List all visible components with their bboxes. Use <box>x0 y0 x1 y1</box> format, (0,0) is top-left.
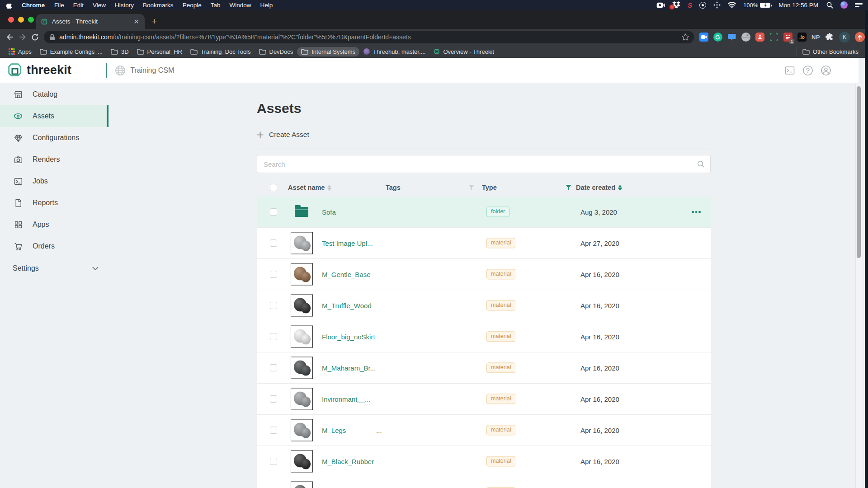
wifi-icon[interactable] <box>724 0 740 10</box>
row-checkbox[interactable] <box>270 271 277 278</box>
search-input[interactable] <box>264 160 697 168</box>
menubar-app-name[interactable]: Chrome <box>17 2 50 9</box>
asset-name-link[interactable]: Test Image Upl... <box>322 239 373 247</box>
window-controls[interactable] <box>8 17 34 23</box>
dropbox-icon[interactable]: 1 <box>669 0 684 10</box>
screenshot-extension-icon[interactable] <box>769 33 778 42</box>
account-icon[interactable] <box>821 65 831 76</box>
row-checkbox[interactable] <box>270 239 277 247</box>
dots-cross-icon[interactable] <box>710 0 724 10</box>
new-tab-button[interactable]: + <box>151 16 157 26</box>
np-extension-icon[interactable]: NP <box>811 34 820 41</box>
asset-name-link[interactable]: Floor_big_noSkirt <box>322 333 375 341</box>
bookmark-folder-devdocs[interactable]: DevDocs <box>255 47 297 56</box>
row-checkbox[interactable] <box>270 302 277 309</box>
bookmark-apps[interactable]: Apps <box>5 47 36 56</box>
browser-tab[interactable]: Assets - Threekit ✕ <box>36 14 145 29</box>
create-asset-button[interactable]: Create Asset <box>257 131 711 139</box>
row-checkbox[interactable] <box>270 427 277 434</box>
row-checkbox[interactable] <box>270 458 277 465</box>
other-bookmarks[interactable]: Other Bookmarks <box>797 47 865 56</box>
row-menu-icon[interactable] <box>692 211 701 213</box>
sidebar-item-jobs[interactable]: Jobs <box>0 170 108 192</box>
sidebar-item-configurations[interactable]: Configurations <box>0 127 108 149</box>
table-row[interactable]: Test Image Upl... material Apr 27, 2020 <box>257 228 711 259</box>
column-asset-name[interactable]: Asset name <box>288 184 331 191</box>
bookmark-folder-internal-systems[interactable]: Internal Systems <box>297 47 359 56</box>
menu-history[interactable]: History <box>110 2 138 9</box>
bookmark-threehub[interactable]: Threehub: master.... <box>359 47 429 56</box>
io-extension-icon[interactable]: .io <box>797 33 807 42</box>
select-all-checkbox[interactable] <box>270 184 277 191</box>
sort-icon[interactable] <box>327 185 331 191</box>
sort-icon-active[interactable] <box>618 185 622 191</box>
chat-bubble-extension-icon[interactable] <box>727 33 736 42</box>
search-box[interactable] <box>257 155 711 173</box>
adblock-extension-icon[interactable]: 1 <box>783 33 793 42</box>
table-row[interactable]: WallsCeilingStu... material Apr 16, 2020 <box>257 477 711 488</box>
menu-help[interactable]: Help <box>255 2 277 9</box>
table-row[interactable]: M_Truffle_Wood material Apr 16, 2020 <box>257 290 711 321</box>
help-icon[interactable] <box>802 65 813 76</box>
column-date-created[interactable]: Date created <box>576 184 622 191</box>
table-row[interactable]: M_Legs________... material Apr 16, 2020 <box>257 415 711 446</box>
close-window-button[interactable] <box>8 17 14 23</box>
spotlight-search-icon[interactable] <box>823 0 837 10</box>
tags-filter-icon[interactable] <box>468 185 474 190</box>
address-bar[interactable]: admin.threekit.com/o/training-csm/assets… <box>44 31 694 43</box>
apple-menu-icon[interactable] <box>6 2 12 9</box>
record-icon[interactable] <box>696 0 710 10</box>
sidebar-item-apps[interactable]: Apps <box>0 214 108 235</box>
asset-name-link[interactable]: M_Maharam_Br... <box>322 364 376 372</box>
sidebar-item-assets[interactable]: Assets <box>0 105 108 127</box>
menu-bookmarks[interactable]: Bookmarks <box>138 2 178 9</box>
table-row[interactable]: Invironmant__... material Apr 16, 2020 <box>257 384 711 415</box>
console-icon[interactable] <box>784 65 795 76</box>
table-row[interactable]: M_Gentle_Base material Apr 16, 2020 <box>257 259 711 290</box>
extensions-puzzle-icon[interactable] <box>825 33 834 42</box>
reload-button[interactable] <box>28 33 41 42</box>
table-row[interactable]: Sofa folder Aug 3, 2020 <box>257 197 711 228</box>
forward-button[interactable] <box>16 33 29 42</box>
sidebar-item-reports[interactable]: Reports <box>0 192 108 214</box>
notification-center-icon[interactable] <box>851 0 868 10</box>
asset-name-link[interactable]: Sofa <box>322 208 336 216</box>
asset-name-link[interactable]: Invironmant__... <box>322 395 371 403</box>
menu-view[interactable]: View <box>88 2 110 9</box>
asset-name-link[interactable]: M_Legs________... <box>322 427 382 434</box>
org-switcher[interactable]: Training CSM <box>115 65 174 76</box>
bookmark-folder-example-configs[interactable]: Example Configs_... <box>36 47 107 56</box>
profile-avatar[interactable]: K <box>839 32 850 42</box>
back-button[interactable] <box>4 33 16 42</box>
bookmark-folder-training-doc-tools[interactable]: Training_Doc Tools <box>186 47 255 56</box>
minimize-window-button[interactable] <box>18 17 24 23</box>
bookmark-folder-3d[interactable]: 3D <box>107 47 133 56</box>
bookmark-folder-personal-hr[interactable]: Personal_HR <box>133 47 186 56</box>
page-scrollbar[interactable] <box>855 84 862 488</box>
asset-name-link[interactable]: M_Gentle_Base <box>322 271 371 278</box>
scrollbar-thumb[interactable] <box>857 86 861 258</box>
menu-tab[interactable]: Tab <box>206 2 225 9</box>
asset-name-link[interactable]: M_Truffle_Wood <box>322 302 372 310</box>
sidebar-item-settings[interactable]: Settings <box>0 258 108 279</box>
screen-share-icon[interactable] <box>653 0 669 10</box>
sidebar-item-catalog[interactable]: Catalog <box>0 84 108 105</box>
menu-edit[interactable]: Edit <box>69 2 88 9</box>
sketch-icon[interactable]: S <box>684 0 696 10</box>
bookmark-overview-threekit[interactable]: Overview - Threekit <box>429 47 498 56</box>
asset-name-link[interactable]: M_Black_Rubber <box>322 458 374 465</box>
table-row[interactable]: Floor_big_noSkirt material Apr 16, 2020 <box>257 321 711 352</box>
search-icon[interactable] <box>697 160 705 168</box>
threekit-logo[interactable]: threekit <box>7 62 71 79</box>
menu-window[interactable]: Window <box>225 2 255 9</box>
sidebar-item-renders[interactable]: Renders <box>0 149 108 170</box>
shield-extension-icon[interactable] <box>755 33 764 42</box>
table-row[interactable]: M_Maharam_Br... material Apr 16, 2020 <box>257 352 711 384</box>
bookmark-star-icon[interactable] <box>681 33 689 41</box>
row-checkbox[interactable] <box>270 395 277 403</box>
tab-close-icon[interactable]: ✕ <box>132 18 140 26</box>
sidebar-item-orders[interactable]: Orders <box>0 235 108 257</box>
table-row[interactable]: M_Black_Rubber material Apr 16, 2020 <box>257 446 711 477</box>
deathstar-extension-icon[interactable] <box>741 33 750 42</box>
menu-people[interactable]: People <box>178 2 206 9</box>
